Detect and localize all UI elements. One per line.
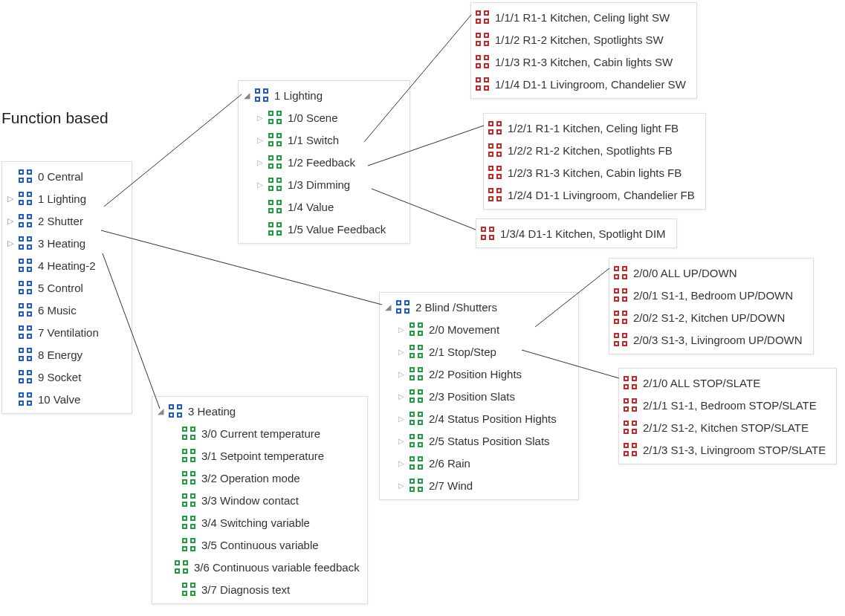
address-label: 2/0/0 ALL UP/DOWN [632,267,737,279]
shutters-header[interactable]: ◢2 Blind /Shutters [383,296,572,318]
expander-icon[interactable]: ▷ [398,392,405,401]
feedback-address-item[interactable]: 1/2/2 R1-2 Kitchen, Spotlights FB [487,139,699,161]
expander-icon[interactable]: ▷ [398,348,405,356]
expander-icon[interactable]: ▷ [256,114,264,122]
switch-address-item[interactable]: 1/1/3 R1-3 Kitchen, Cabin lights SW [474,51,690,73]
tree-item-label: 2/1 Stop/Step [427,346,496,358]
feedback-address-item[interactable]: 1/2/1 R1-1 Kitchen, Celing light FB [487,117,699,139]
tree-item-label: 1/1 Switch [286,134,339,146]
tree-item-label: 1/0 Scene [286,111,338,124]
expander-icon[interactable]: ▷ [398,415,405,423]
group-icon [182,493,195,507]
expander-icon[interactable]: ▷ [398,482,405,490]
shutters-middle-item[interactable]: ▷2/2 Position Hights [383,363,572,385]
tree-item-label: 5 Control [36,282,83,294]
switch-address-item[interactable]: 1/1/1 R1-1 Kitchen, Celing light SW [474,6,690,28]
main-group-item[interactable]: ▷2 Shutter [5,210,126,232]
group-icon [268,178,282,191]
expander-icon[interactable]: ▷ [398,459,405,467]
lighting-middle-item[interactable]: ▷1/2 Feedback [242,151,404,173]
dimming-address-item[interactable]: 1/3/4 D1-1 Kitchen, Spotlight DIM [479,222,670,244]
main-group-item[interactable]: 4 Heating-2 [5,254,126,276]
lighting-middle-item[interactable]: 1/4 Value [242,195,404,218]
lighting-middle-item[interactable]: 1/5 Value Feedback [242,218,404,240]
main-group-item[interactable]: 5 Control [5,276,126,299]
expander-icon[interactable]: ▷ [256,136,264,144]
group-icon [19,370,32,383]
stop-address-item[interactable]: 2/1/0 ALL STOP/SLATE [622,372,830,394]
main-group-item[interactable]: ▷1 Lighting [5,187,126,210]
expander-icon[interactable]: ▷ [398,325,405,334]
address-label: 2/1/0 ALL STOP/SLATE [641,377,760,389]
heating-middle-item[interactable]: 3/6 Continuous variable feedback [155,556,361,578]
address-label: 1/1/1 R1-1 Kitchen, Celing light SW [493,11,670,24]
feedback-address-item[interactable]: 1/2/3 R1-3 Kitchen, Cabin lights FB [487,161,699,184]
group-icon [19,325,32,339]
expander-icon[interactable]: ▷ [256,158,264,166]
address-label: 1/2/3 R1-3 Kitchen, Cabin lights FB [506,166,681,179]
expander-icon[interactable]: ▷ [256,181,264,189]
tree-item-label: 3/3 Window contact [200,494,299,507]
lighting-header[interactable]: ◢1 Lighting [242,84,404,106]
movement-address-item[interactable]: 2/0/0 ALL UP/DOWN [612,262,807,284]
group-icon [409,434,423,447]
shutters-middle-item[interactable]: ▷2/1 Stop/Step [383,340,572,363]
stop-address-item[interactable]: 2/1/3 S1-3, Livingroom STOP/SLATE [622,438,830,461]
switch-address-item[interactable]: 1/1/4 D1-1 Livingroom, Chandelier SW [474,73,690,95]
lighting-middle-item[interactable]: ▷1/3 Dimming [242,173,404,195]
address-label: 1/2/1 R1-1 Kitchen, Celing light FB [506,122,679,134]
stop-address-item[interactable]: 2/1/2 S1-2, Kitchen STOP/SLATE [622,416,830,438]
main-group-item[interactable]: 0 Central [5,165,126,187]
heating-middle-item[interactable]: 3/3 Window contact [155,489,361,511]
stop-address-item[interactable]: 2/1/1 S1-1, Bedroom STOP/SLATE [622,394,830,416]
heating-middle-item[interactable]: 3/5 Continuous variable [155,534,361,556]
switch-address-item[interactable]: 1/1/2 R1-2 Kitchen, Spotlights SW [474,28,690,51]
expander-icon[interactable]: ◢ [157,406,164,416]
shutters-middle-item[interactable]: ▷2/5 Status Position Slats [383,429,572,452]
main-group-item[interactable]: ▷3 Heating [5,232,126,254]
shutters-middle-item[interactable]: ▷2/6 Rain [383,452,572,474]
tree-item-label: 1/5 Value Feedback [286,223,386,236]
movement-address-item[interactable]: 2/0/1 S1-1, Bedroom UP/DOWN [612,284,807,306]
expander-icon[interactable]: ▷ [7,194,14,204]
heating-middle-item[interactable]: 3/1 Setpoint temperature [155,444,361,467]
heating-middle-item[interactable]: 3/2 Operation mode [155,467,361,489]
movement-address-item[interactable]: 2/0/3 S1-3, Livingroom UP/DOWN [612,328,807,351]
main-group-item[interactable]: 8 Energy [5,343,126,366]
main-group-item[interactable]: 10 Valve [5,388,126,410]
group-icon [409,389,423,403]
shutters-middle-item[interactable]: ▷2/4 Status Position Hights [383,407,572,429]
group-icon [409,345,423,358]
main-group-item[interactable]: 9 Socket [5,366,126,388]
movement-address-item[interactable]: 2/0/2 S1-2, Kitchen UP/DOWN [612,306,807,328]
tree-item-label: 7 Ventilation [36,326,99,339]
expander-icon[interactable]: ◢ [384,302,392,312]
expander-icon[interactable]: ◢ [243,91,250,100]
heating-middle-item[interactable]: 3/7 Diagnosis text [155,578,361,600]
main-group-item[interactable]: 7 Ventilation [5,321,126,343]
lighting-middle-item[interactable]: ▷1/1 Switch [242,129,404,151]
address-label: 1/2/2 R1-2 Kitchen, Spotlights FB [506,144,673,157]
group-icon [19,214,32,227]
main-group-item[interactable]: 6 Music [5,299,126,321]
group-icon [19,259,32,272]
main-groups-panel: 0 Central▷1 Lighting▷2 Shutter▷3 Heating… [1,161,132,414]
expander-icon[interactable]: ▷ [398,437,405,445]
lighting-middle-item[interactable]: ▷1/0 Scene [242,106,404,129]
feedback-address-item[interactable]: 1/2/4 D1-1 Livingroom, Chandelier FB [487,184,699,206]
heating-middle-item[interactable]: 3/0 Current temperature [155,422,361,444]
expander-icon[interactable]: ▷ [398,370,405,378]
shutters-middle-item[interactable]: ▷2/7 Wind [383,474,572,496]
group-icon [182,516,195,529]
address-label: 1/1/2 R1-2 Kitchen, Spotlights SW [493,33,664,46]
expander-icon[interactable]: ▷ [7,216,14,226]
shutters-middle-item[interactable]: ▷2/3 Position Slats [383,385,572,407]
feedback-addresses-panel: 1/2/1 R1-1 Kitchen, Celing light FB1/2/2… [483,113,706,210]
shutters-middle-item[interactable]: ▷2/0 Movement [383,318,572,340]
address-label: 2/1/1 S1-1, Bedroom STOP/SLATE [641,399,817,412]
address-label: 2/1/3 S1-3, Livingroom STOP/SLATE [641,444,826,456]
heating-middle-item[interactable]: 3/4 Switching variable [155,511,361,534]
expander-icon[interactable]: ▷ [7,239,14,248]
tree-item-label: 2/7 Wind [427,479,473,492]
heating-header[interactable]: ◢3 Heating [155,400,361,422]
